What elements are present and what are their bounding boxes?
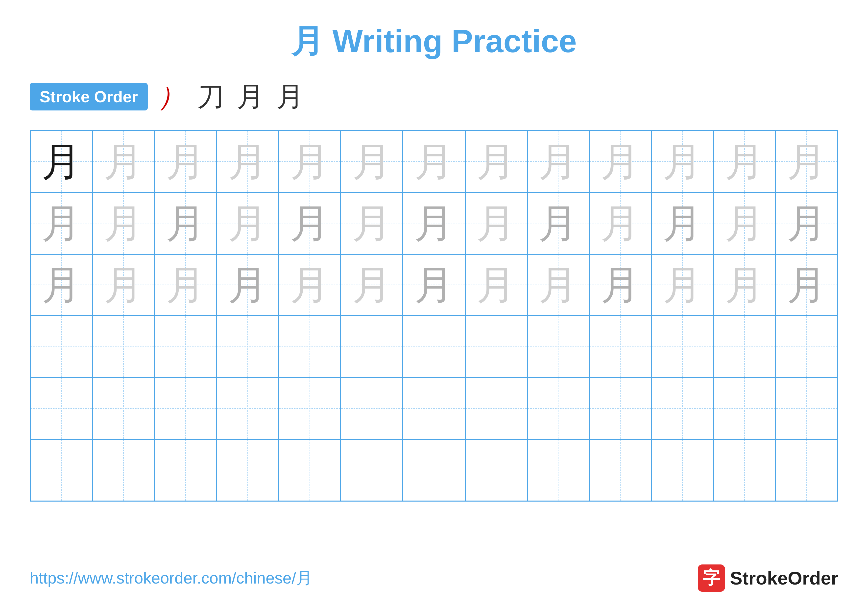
grid-cell[interactable]: 月 (279, 192, 341, 254)
grid-cell[interactable]: 月 (465, 192, 527, 254)
grid-char: 月 (290, 204, 330, 243)
grid-cell[interactable] (92, 316, 154, 378)
grid-cell[interactable]: 月 (776, 131, 838, 192)
grid-char: 月 (290, 141, 330, 181)
grid-cell[interactable] (30, 439, 92, 501)
grid-char: 月 (787, 141, 826, 181)
grid-cell[interactable]: 月 (527, 254, 589, 316)
grid-cell[interactable] (279, 378, 341, 439)
grid-cell[interactable]: 月 (217, 131, 279, 192)
grid-cell[interactable] (279, 316, 341, 378)
grid-cell[interactable]: 月 (465, 131, 527, 192)
grid-cell[interactable] (403, 439, 465, 501)
grid-cell[interactable] (714, 316, 776, 378)
grid-cell[interactable]: 月 (776, 254, 838, 316)
grid-cell[interactable]: 月 (341, 192, 403, 254)
grid-cell[interactable] (589, 316, 651, 378)
grid-cell[interactable] (341, 378, 403, 439)
grid-cell[interactable] (279, 439, 341, 501)
grid-char: 月 (725, 265, 764, 305)
grid-cell[interactable] (527, 439, 589, 501)
grid-cell[interactable] (589, 378, 651, 439)
grid-cell[interactable]: 月 (527, 131, 589, 192)
grid-cell[interactable] (527, 378, 589, 439)
grid-cell[interactable]: 月 (403, 131, 465, 192)
grid-char: 月 (228, 204, 268, 243)
grid-cell[interactable] (527, 316, 589, 378)
grid-char: 月 (414, 204, 454, 243)
grid-cell[interactable]: 月 (651, 254, 714, 316)
grid-cell[interactable]: 月 (154, 192, 217, 254)
grid-cell[interactable]: 月 (651, 192, 714, 254)
grid-cell[interactable] (30, 378, 92, 439)
grid-char: 月 (42, 265, 81, 305)
grid-cell[interactable]: 月 (30, 131, 92, 192)
grid-char: 月 (166, 265, 205, 305)
grid-cell[interactable]: 月 (217, 254, 279, 316)
grid-cell[interactable]: 月 (279, 131, 341, 192)
grid-cell[interactable]: 月 (589, 192, 651, 254)
grid-cell[interactable] (154, 439, 217, 501)
grid-cell[interactable]: 月 (30, 192, 92, 254)
grid-cell[interactable] (403, 378, 465, 439)
grid-cell[interactable] (465, 439, 527, 501)
grid-cell[interactable] (589, 439, 651, 501)
grid-char: 月 (538, 265, 578, 305)
grid-char: 月 (600, 204, 640, 243)
grid-cell[interactable] (341, 316, 403, 378)
grid-cell[interactable]: 月 (776, 192, 838, 254)
grid-char: 月 (725, 141, 764, 181)
grid-cell[interactable] (651, 316, 714, 378)
grid-cell[interactable] (651, 439, 714, 501)
grid-cell[interactable]: 月 (589, 131, 651, 192)
stroke-order-badge: Stroke Order (30, 83, 148, 110)
grid-cell[interactable] (217, 316, 279, 378)
grid-char: 月 (725, 204, 764, 243)
grid-cell[interactable]: 月 (217, 192, 279, 254)
grid-cell[interactable] (651, 378, 714, 439)
grid-cell[interactable]: 月 (403, 192, 465, 254)
grid-cell[interactable]: 月 (589, 254, 651, 316)
grid-cell[interactable]: 月 (154, 131, 217, 192)
grid-cell[interactable]: 月 (651, 131, 714, 192)
grid-cell[interactable] (465, 378, 527, 439)
grid-cell[interactable]: 月 (30, 254, 92, 316)
grid-cell[interactable] (154, 378, 217, 439)
grid-cell[interactable]: 月 (341, 131, 403, 192)
practice-grid: 月月月月月月月月月月月月月月月月月月月月月月月月月月月月月月月月月月月月月月月 (30, 130, 838, 502)
grid-cell[interactable]: 月 (279, 254, 341, 316)
grid-cell[interactable]: 月 (714, 192, 776, 254)
grid-cell[interactable] (776, 439, 838, 501)
grid-cell[interactable]: 月 (403, 254, 465, 316)
grid-cell[interactable]: 月 (154, 254, 217, 316)
grid-cell[interactable] (92, 378, 154, 439)
grid-cell[interactable] (217, 439, 279, 501)
grid-cell[interactable] (776, 378, 838, 439)
grid-char: 月 (352, 265, 392, 305)
stroke-step-4: 月 (276, 78, 304, 115)
footer: https://www.strokeorder.com/chinese/月 字 … (30, 564, 838, 592)
grid-cell[interactable] (714, 439, 776, 501)
grid-cell[interactable] (403, 316, 465, 378)
grid-cell[interactable] (217, 378, 279, 439)
grid-cell[interactable]: 月 (714, 254, 776, 316)
grid-cell[interactable]: 月 (465, 254, 527, 316)
grid-cell[interactable] (776, 316, 838, 378)
grid-cell[interactable] (154, 316, 217, 378)
grid-cell[interactable] (92, 439, 154, 501)
stroke-step-1: ） (158, 78, 185, 115)
stroke-steps: ） 刀 月 月 (158, 78, 304, 115)
grid-cell[interactable] (465, 316, 527, 378)
grid-char: 月 (228, 141, 268, 181)
grid-cell[interactable]: 月 (92, 254, 154, 316)
page-title: 月 Writing Practice (291, 20, 577, 64)
grid-cell[interactable]: 月 (92, 192, 154, 254)
grid-cell[interactable]: 月 (341, 254, 403, 316)
grid-cell[interactable] (30, 316, 92, 378)
grid-cell[interactable]: 月 (714, 131, 776, 192)
grid-cell[interactable]: 月 (527, 192, 589, 254)
grid-cell[interactable] (714, 378, 776, 439)
grid-cell[interactable] (341, 439, 403, 501)
grid-char: 月 (414, 265, 454, 305)
grid-cell[interactable]: 月 (92, 131, 154, 192)
